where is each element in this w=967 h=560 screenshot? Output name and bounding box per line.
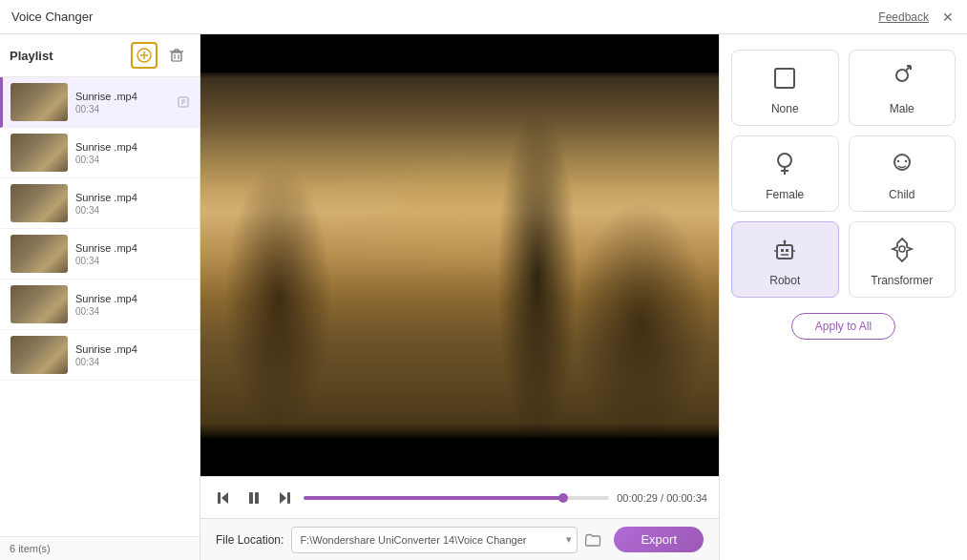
svg-rect-17	[255, 492, 259, 504]
thumbnail	[11, 336, 68, 374]
title-bar-actions: Feedback ✕	[878, 10, 956, 25]
playlist-header: Playlist	[0, 34, 200, 77]
voice-card-robot[interactable]: Robot	[731, 221, 839, 298]
list-item[interactable]: Sunrise .mp4 00:34	[0, 128, 200, 178]
svg-rect-20	[775, 69, 794, 88]
voice-card-child[interactable]: Child	[849, 135, 956, 212]
total-time: 00:00:34	[666, 492, 707, 504]
file-info: Sunrise .mp4 00:34	[75, 242, 192, 266]
svg-marker-14	[221, 492, 228, 504]
filename: Sunrise .mp4	[75, 242, 192, 254]
file-location-label: File Location:	[216, 533, 284, 547]
transformer-icon	[888, 236, 916, 268]
duration: 00:34	[75, 306, 192, 317]
file-info: Sunrise .mp4 00:34	[75, 91, 175, 114]
female-label: Female	[766, 188, 804, 201]
svg-rect-16	[249, 492, 253, 504]
list-item[interactable]: Sunrise .mp4 00:34	[0, 229, 200, 280]
video-letterbox-bottom	[200, 438, 719, 476]
prev-button[interactable]	[212, 487, 235, 509]
video-container	[200, 34, 719, 476]
child-icon	[888, 150, 916, 182]
duration: 00:34	[75, 357, 192, 367]
thumbnail	[11, 184, 68, 222]
main-layout: Playlist	[0, 34, 967, 560]
playlist-footer: 6 item(s)	[0, 536, 200, 560]
apply-to-all-button[interactable]: Apply to All	[791, 313, 895, 340]
voice-card-transformer[interactable]: Transformer	[849, 221, 956, 298]
male-icon	[888, 64, 916, 96]
file-path-input[interactable]	[291, 527, 578, 553]
file-info: Sunrise .mp4 00:34	[75, 192, 192, 216]
filename: Sunrise .mp4	[75, 91, 175, 102]
path-dropdown-icon[interactable]: ▾	[566, 533, 572, 546]
export-icon	[177, 95, 190, 109]
list-item[interactable]: Sunrise .mp4 00:34	[0, 178, 200, 229]
close-button[interactable]: ✕	[940, 10, 956, 25]
playlist-title: Playlist	[10, 49, 53, 63]
item-count: 6 item(s)	[10, 543, 51, 554]
filename: Sunrise .mp4	[75, 293, 192, 304]
item-menu-icon[interactable]	[175, 93, 192, 111]
svg-point-36	[784, 240, 787, 243]
playlist-items: Sunrise .mp4 00:34 Sunrise .mp4	[0, 77, 200, 536]
filename: Sunrise .mp4	[75, 141, 192, 153]
thumbnail	[11, 83, 68, 121]
duration: 00:34	[75, 155, 192, 165]
browse-folder-button[interactable]	[579, 527, 606, 553]
add-icon	[137, 48, 152, 63]
delete-icon	[169, 48, 184, 63]
svg-point-21	[896, 70, 908, 81]
svg-point-39	[899, 246, 905, 252]
video-area: 00:00:29 / 00:00:34	[200, 34, 719, 518]
time-display: 00:00:29 / 00:00:34	[617, 492, 707, 504]
add-file-button[interactable]	[131, 42, 158, 69]
robot-icon	[770, 236, 799, 268]
controls-bar: 00:00:29 / 00:00:34	[200, 476, 719, 518]
female-icon	[770, 150, 799, 182]
svg-rect-19	[287, 492, 290, 504]
current-time: 00:00:29	[617, 492, 658, 504]
voice-card-none[interactable]: None	[731, 50, 839, 126]
video-frame	[200, 34, 719, 476]
voice-card-male[interactable]: Male	[849, 50, 956, 126]
list-item[interactable]: Sunrise .mp4 00:34	[0, 77, 200, 128]
svg-rect-31	[777, 245, 792, 259]
sidebar: Playlist	[0, 34, 200, 560]
list-item[interactable]: Sunrise .mp4 00:34	[0, 330, 200, 381]
svg-rect-3	[172, 52, 181, 61]
title-bar: Voice Changer Feedback ✕	[0, 0, 967, 34]
voice-grid: None Male	[731, 50, 956, 298]
progress-thumb	[558, 493, 568, 503]
time-separator: /	[658, 492, 666, 504]
right-panel: None Male	[719, 34, 967, 560]
thumbnail	[11, 235, 68, 273]
thumbnail	[11, 285, 68, 323]
thumbnail	[11, 134, 68, 172]
list-item[interactable]: Sunrise .mp4 00:34	[0, 280, 200, 330]
file-info: Sunrise .mp4 00:34	[75, 343, 192, 367]
delete-file-button[interactable]	[163, 42, 190, 69]
progress-bar[interactable]	[304, 496, 609, 500]
feedback-link[interactable]: Feedback	[878, 10, 929, 24]
male-label: Male	[890, 102, 914, 115]
transformer-label: Transformer	[871, 274, 933, 287]
file-info: Sunrise .mp4 00:34	[75, 141, 192, 165]
pause-button[interactable]	[242, 487, 265, 509]
filename: Sunrise .mp4	[75, 192, 192, 203]
next-button[interactable]	[273, 487, 296, 509]
export-button[interactable]: Export	[614, 527, 704, 552]
progress-fill	[304, 496, 563, 500]
filename: Sunrise .mp4	[75, 343, 192, 355]
duration: 00:34	[75, 104, 175, 114]
video-tree-overlay	[200, 34, 719, 476]
file-info: Sunrise .mp4 00:34	[75, 293, 192, 317]
voice-card-female[interactable]: Female	[731, 135, 839, 212]
child-label: Child	[889, 188, 914, 201]
svg-rect-32	[781, 249, 784, 252]
playlist-actions	[131, 42, 190, 69]
none-icon	[770, 64, 799, 96]
duration: 00:34	[75, 256, 192, 266]
svg-rect-33	[786, 249, 788, 252]
svg-rect-15	[218, 492, 221, 504]
